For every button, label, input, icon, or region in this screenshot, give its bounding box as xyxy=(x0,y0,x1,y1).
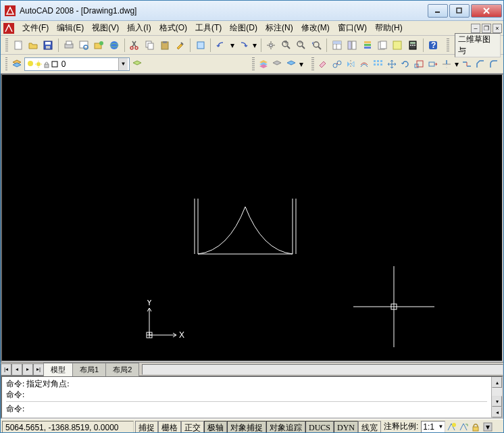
anno-visibility-icon[interactable] xyxy=(446,422,457,432)
coordinates-readout[interactable]: 5064.5651, -1368.8519, 0.0000 xyxy=(2,421,134,433)
tray-icon[interactable]: ▾ xyxy=(482,422,493,432)
move-button[interactable] xyxy=(385,57,398,72)
menu-insert[interactable]: 插入(I) xyxy=(123,21,155,35)
scale-button[interactable] xyxy=(413,57,426,72)
menu-help[interactable]: 帮助(H) xyxy=(371,21,407,35)
polar-toggle[interactable]: 极轴 xyxy=(204,421,227,433)
layer-combo[interactable]: 0 ▼ xyxy=(24,57,130,71)
doc-restore-button[interactable]: ❐ xyxy=(482,24,491,33)
paste-button[interactable] xyxy=(157,38,172,53)
lwt-toggle[interactable]: 线宽 xyxy=(358,421,381,433)
menu-modify[interactable]: 修改(M) xyxy=(297,21,334,35)
tab-prev-button[interactable]: ◂ xyxy=(11,363,22,376)
mirror-button[interactable] xyxy=(344,57,357,72)
layer-prev-button[interactable] xyxy=(130,57,143,72)
toolbar-grip-5[interactable] xyxy=(311,57,313,71)
zoom-realtime-button[interactable]: + xyxy=(279,38,293,53)
calc-button[interactable] xyxy=(405,38,420,53)
menu-tools[interactable]: 工具(T) xyxy=(191,21,226,35)
trim-button[interactable] xyxy=(440,57,453,72)
stretch-button[interactable] xyxy=(426,57,439,72)
save-button[interactable] xyxy=(41,38,55,53)
menu-file[interactable]: 文件(F) xyxy=(18,21,53,35)
ducs-toggle[interactable]: DUCS xyxy=(305,421,334,433)
new-button[interactable] xyxy=(11,38,25,53)
toolbar-grip-2[interactable] xyxy=(447,39,449,52)
snap-toggle[interactable]: 捕捉 xyxy=(135,421,158,433)
redo-button[interactable] xyxy=(236,38,251,53)
tab-first-button[interactable]: |◂ xyxy=(1,363,11,376)
properties-button[interactable] xyxy=(330,38,344,53)
menu-format[interactable]: 格式(O) xyxy=(155,21,191,35)
offset-button[interactable] xyxy=(358,57,371,72)
layer-iso-button[interactable] xyxy=(271,57,284,72)
tab-last-button[interactable]: ▸| xyxy=(33,363,44,376)
workspace-label[interactable]: 二维草图与 xyxy=(455,33,501,57)
plot-button[interactable] xyxy=(61,38,76,53)
tab-model[interactable]: 模型 xyxy=(43,363,73,376)
menu-dimension[interactable]: 标注(N) xyxy=(261,21,297,35)
tab-layout1[interactable]: 布局1 xyxy=(72,363,106,376)
scroll-down-button[interactable]: ▾ xyxy=(492,396,502,407)
minimize-button[interactable] xyxy=(428,4,448,18)
toolbar-grip[interactable] xyxy=(5,39,8,52)
scroll-up-button[interactable]: ▴ xyxy=(492,377,502,388)
toolbar-grip-3[interactable] xyxy=(5,57,7,71)
command-window[interactable]: 命令: 指定对角点: 命令: 命令: ▴ ▾ ◂ xyxy=(1,376,503,419)
tab-next-button[interactable]: ▸ xyxy=(22,363,33,376)
menu-window[interactable]: 窗口(W) xyxy=(334,21,371,35)
layer-dropdown-button[interactable]: ▾ xyxy=(298,57,304,72)
erase-button[interactable] xyxy=(317,57,330,72)
trim-dropdown[interactable]: ▾ xyxy=(453,57,459,72)
toolpalette-button[interactable] xyxy=(360,38,374,53)
join-button[interactable] xyxy=(460,57,473,72)
osnap-toggle[interactable]: 对象捕捉 xyxy=(227,421,266,433)
anno-autoscale-icon[interactable] xyxy=(458,422,469,432)
command-scrollbar[interactable]: ▴ ▾ ◂ xyxy=(491,377,502,417)
layer-dropdown-arrow[interactable]: ▼ xyxy=(118,58,128,70)
chamfer-button[interactable] xyxy=(474,57,487,72)
copy-obj-button[interactable] xyxy=(330,57,343,72)
command-prompt[interactable]: 命令: xyxy=(6,401,487,414)
layer-match-button[interactable] xyxy=(284,57,297,72)
close-button[interactable] xyxy=(471,4,502,18)
zoom-window-button[interactable]: − xyxy=(294,38,308,53)
matchprop-button[interactable] xyxy=(173,38,187,53)
toolbar-grip-4[interactable] xyxy=(252,57,254,71)
pan-button[interactable] xyxy=(264,38,278,53)
layer-states-button[interactable] xyxy=(257,57,270,72)
horizontal-scrollbar[interactable] xyxy=(142,364,503,375)
plot-preview-button[interactable] xyxy=(76,38,91,53)
help-button[interactable]: ? xyxy=(426,38,440,53)
tab-layout2[interactable]: 布局2 xyxy=(105,363,139,376)
undo-dropdown[interactable]: ▾ xyxy=(229,38,236,53)
publish-button[interactable] xyxy=(92,38,106,53)
layer-properties-button[interactable] xyxy=(10,57,23,72)
maximize-button[interactable] xyxy=(449,4,470,18)
ortho-toggle[interactable]: 正交 xyxy=(181,421,204,433)
copy-button[interactable] xyxy=(143,38,157,53)
grid-toggle[interactable]: 栅格 xyxy=(158,421,181,433)
fillet-button[interactable] xyxy=(488,57,501,72)
undo-button[interactable] xyxy=(213,38,228,53)
dyn-toggle[interactable]: DYN xyxy=(334,421,358,433)
markup-button[interactable] xyxy=(390,38,405,53)
block-button[interactable] xyxy=(193,38,207,53)
open-button[interactable] xyxy=(26,38,40,53)
doc-minimize-button[interactable]: – xyxy=(471,24,480,33)
otrack-toggle[interactable]: 对象追踪 xyxy=(266,421,305,433)
scroll-left-button[interactable]: ◂ xyxy=(492,407,502,417)
menu-view[interactable]: 视图(V) xyxy=(88,21,123,35)
doc-close-button[interactable]: × xyxy=(493,24,502,33)
lock-icon[interactable] xyxy=(470,422,481,432)
menu-edit[interactable]: 编辑(E) xyxy=(53,21,88,35)
3dprint-button[interactable] xyxy=(107,38,121,53)
anno-scale-combo[interactable]: 1:1▼ xyxy=(421,421,445,433)
drawing-area[interactable]: X Y xyxy=(1,74,503,362)
redo-dropdown[interactable]: ▾ xyxy=(251,38,258,53)
rotate-button[interactable] xyxy=(399,57,411,72)
zoom-previous-button[interactable] xyxy=(309,38,324,53)
cut-button[interactable] xyxy=(128,38,142,53)
array-button[interactable] xyxy=(372,57,384,72)
sheetset-button[interactable] xyxy=(375,38,389,53)
